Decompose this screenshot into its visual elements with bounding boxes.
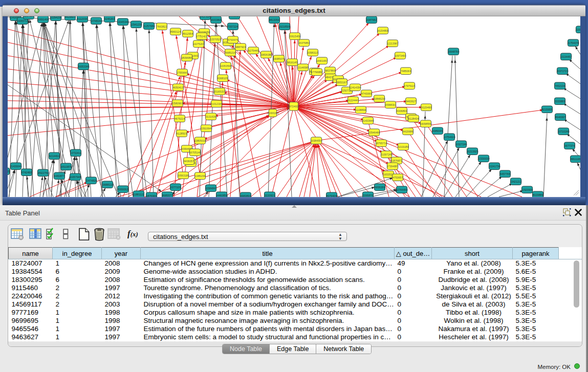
svg-text:12541238: 12541238 (130, 23, 142, 26)
svg-text:22093651: 22093651 (575, 28, 580, 31)
svg-text:3395870: 3395870 (363, 193, 373, 196)
svg-text:13805018: 13805018 (194, 139, 206, 142)
svg-text:20615450: 20615450 (289, 34, 300, 37)
svg-text:15165337: 15165337 (213, 90, 225, 93)
svg-text:9214491: 9214491 (49, 154, 59, 157)
svg-text:7357224: 7357224 (228, 25, 238, 28)
svg-text:19384554: 19384554 (310, 139, 322, 142)
svg-text:1019189: 1019189 (398, 145, 408, 148)
svg-text:4429607: 4429607 (65, 16, 75, 18)
svg-text:14460856: 14460856 (215, 193, 227, 196)
svg-text:17975115: 17975115 (404, 84, 416, 87)
svg-text:17394887: 17394887 (386, 164, 398, 167)
svg-text:16705148: 16705148 (189, 150, 201, 154)
svg-text:16224441: 16224441 (347, 98, 359, 101)
svg-text:9958289: 9958289 (375, 185, 385, 188)
svg-text:8685577: 8685577 (162, 193, 172, 196)
svg-text:12213967: 12213967 (386, 41, 398, 45)
svg-text:6306893: 6306893 (397, 109, 407, 112)
svg-text:4050413: 4050413 (173, 85, 183, 89)
svg-text:16033809: 16033809 (210, 18, 222, 21)
svg-text:9953167: 9953167 (337, 80, 347, 83)
svg-text:15588301: 15588301 (384, 103, 396, 106)
svg-text:8960124: 8960124 (170, 30, 181, 33)
svg-text:17751421: 17751421 (195, 34, 207, 37)
svg-text:9887903: 9887903 (235, 45, 246, 48)
svg-text:19098556: 19098556 (420, 122, 431, 125)
svg-text:22306335: 22306335 (8, 169, 10, 172)
svg-text:9115460: 9115460 (421, 105, 431, 108)
svg-text:16213925: 16213925 (466, 149, 478, 152)
svg-text:22330030: 22330030 (477, 157, 489, 160)
svg-text:8215955: 8215955 (542, 107, 552, 111)
svg-text:3131636: 3131636 (206, 115, 216, 118)
svg-text:16648764: 16648764 (447, 50, 459, 53)
svg-text:9816145: 9816145 (287, 60, 297, 63)
svg-text:6457765: 6457765 (500, 172, 510, 175)
svg-text:13910648: 13910648 (200, 126, 212, 129)
svg-text:13241736: 13241736 (488, 164, 500, 167)
svg-text:6217026: 6217026 (24, 16, 34, 17)
svg-text:4679214: 4679214 (175, 117, 185, 120)
svg-text:20580115: 20580115 (307, 51, 319, 54)
svg-text:13045349: 13045349 (117, 20, 128, 23)
svg-text:5793975: 5793975 (228, 38, 238, 41)
svg-text:2077105: 2077105 (170, 185, 181, 188)
svg-text:18096865: 18096865 (181, 56, 192, 59)
svg-text:19055713: 19055713 (16, 19, 28, 22)
svg-text:16154808: 16154808 (377, 29, 388, 32)
svg-text:19688132: 19688132 (101, 183, 113, 186)
svg-text:8912954: 8912954 (183, 32, 193, 35)
svg-text:21257684: 21257684 (143, 24, 155, 27)
svg-text:10057945: 10057945 (69, 175, 81, 178)
svg-text:4753657: 4753657 (393, 176, 403, 179)
svg-text:3677374: 3677374 (564, 144, 575, 147)
svg-text:21433649: 21433649 (362, 119, 374, 122)
svg-text:3220921: 3220921 (265, 193, 275, 196)
svg-text:14275203: 14275203 (192, 42, 204, 45)
svg-text:19563180: 19563180 (177, 173, 189, 177)
svg-text:6742460: 6742460 (21, 170, 32, 173)
svg-text:16510878: 16510878 (60, 165, 72, 168)
svg-text:8646997: 8646997 (555, 115, 565, 118)
svg-text:9275445: 9275445 (248, 49, 258, 52)
svg-text:19836388: 19836388 (260, 53, 272, 56)
svg-text:13748244: 13748244 (90, 19, 102, 22)
svg-text:2457954: 2457954 (200, 16, 210, 18)
svg-text:1108894: 1108894 (356, 108, 366, 111)
svg-text:10973493: 10973493 (394, 54, 406, 57)
svg-text:18992829: 18992829 (228, 16, 240, 17)
svg-text:11881122: 11881122 (133, 192, 144, 195)
svg-text:21097245: 21097245 (380, 152, 392, 156)
svg-text:20691406: 20691406 (37, 17, 49, 20)
svg-text:4112034: 4112034 (77, 17, 88, 20)
svg-text:13421212: 13421212 (510, 180, 521, 183)
svg-text:2087682: 2087682 (366, 18, 377, 21)
svg-text:14401657: 14401657 (316, 59, 328, 62)
svg-text:11584847: 11584847 (205, 186, 217, 189)
svg-text:21439044: 21439044 (10, 164, 21, 167)
svg-text:6482877: 6482877 (54, 174, 64, 177)
svg-text:12414394: 12414394 (349, 85, 361, 89)
svg-text:12920906: 12920906 (521, 188, 533, 191)
svg-text:5685216: 5685216 (225, 51, 235, 54)
svg-text:15375853: 15375853 (298, 41, 310, 44)
svg-text:6368105: 6368105 (217, 76, 228, 79)
svg-text:18922760: 18922760 (37, 171, 49, 174)
svg-text:9463627: 9463627 (406, 99, 416, 102)
svg-text:2580963: 2580963 (172, 101, 183, 104)
svg-text:13146585: 13146585 (297, 65, 309, 69)
svg-text:8813054: 8813054 (269, 18, 279, 21)
svg-text:22053595: 22053595 (220, 64, 231, 67)
svg-text:6128503: 6128503 (177, 132, 187, 135)
svg-text:13754919: 13754919 (443, 135, 455, 138)
svg-text:17559643: 17559643 (176, 71, 188, 74)
svg-text:1385239: 1385239 (195, 174, 205, 177)
svg-text:22474828: 22474828 (85, 179, 97, 182)
svg-text:11876872: 11876872 (391, 159, 403, 162)
svg-text:18795716: 18795716 (375, 141, 387, 144)
svg-text:4245263: 4245263 (104, 17, 115, 20)
svg-text:19218506: 19218506 (278, 25, 290, 28)
svg-text:12294238: 12294238 (50, 16, 61, 19)
svg-text:21012166: 21012166 (210, 102, 222, 105)
